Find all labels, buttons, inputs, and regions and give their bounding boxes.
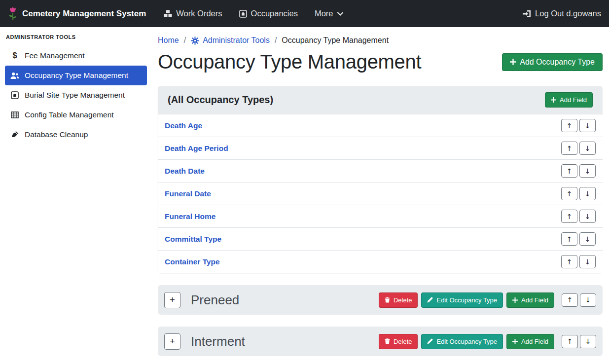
field-row: Funeral Date ↑ ↓ bbox=[158, 182, 603, 205]
reorder-controls: ↑ ↓ bbox=[561, 210, 596, 223]
trash-icon bbox=[385, 297, 390, 303]
field-link[interactable]: Death Age Period bbox=[165, 144, 228, 153]
move-up-button[interactable]: ↑ bbox=[562, 335, 578, 348]
move-down-button[interactable]: ↓ bbox=[579, 187, 596, 200]
move-up-button[interactable]: ↑ bbox=[561, 164, 577, 178]
reorder-controls: ↑ ↓ bbox=[561, 232, 596, 246]
field-row: Death Age Period ↑ ↓ bbox=[158, 137, 603, 160]
move-up-button[interactable]: ↑ bbox=[561, 142, 577, 155]
section-actions: Delete Edit Occupancy Type Add Field ↑ ↓ bbox=[379, 292, 596, 308]
delete-label: Delete bbox=[394, 338, 412, 345]
occupancy-type-sections: + Preneed Delete Edit Occupancy Type Add… bbox=[158, 285, 603, 356]
sidebar-item-burial-site-type-management[interactable]: Burial Site Type Management bbox=[5, 85, 147, 105]
move-up-button[interactable]: ↑ bbox=[561, 255, 577, 268]
sidebar-item-database-cleanup[interactable]: Database Cleanup bbox=[5, 125, 147, 145]
move-down-button[interactable]: ↓ bbox=[579, 119, 596, 132]
headstone-icon bbox=[10, 91, 20, 99]
sidebar-item-fee-management[interactable]: $Fee Management bbox=[5, 46, 147, 66]
title-row: Occupancy Type Management Add Occupancy … bbox=[158, 51, 603, 73]
breadcrumb-separator: / bbox=[275, 36, 277, 45]
nav-right: Log Out d.gowans bbox=[522, 9, 601, 18]
main-content: Home / bbox=[152, 27, 609, 364]
app-title: Cemetery Management System bbox=[22, 9, 146, 19]
move-up-button[interactable]: ↑ bbox=[562, 293, 578, 307]
sidebar-nav: $Fee ManagementOccupancy Type Management… bbox=[0, 46, 152, 145]
page-title: Occupancy Type Management bbox=[158, 51, 421, 73]
nav-item-work-orders[interactable]: Work Orders bbox=[164, 9, 222, 18]
breadcrumb-admin-tools-label: Administrator Tools bbox=[203, 36, 270, 45]
table-icon bbox=[10, 111, 20, 119]
field-link[interactable]: Container Type bbox=[165, 257, 220, 266]
field-link[interactable]: Committal Type bbox=[165, 235, 221, 244]
move-down-button[interactable]: ↓ bbox=[579, 210, 596, 223]
delete-label: Delete bbox=[394, 296, 412, 304]
sidebar-item-occupancy-type-management[interactable]: Occupancy Type Management bbox=[5, 66, 147, 85]
section-actions: Delete Edit Occupancy Type Add Field ↑ ↓ bbox=[379, 334, 596, 349]
section-title: Interment bbox=[191, 334, 245, 349]
field-link[interactable]: Death Date bbox=[165, 167, 205, 176]
chevron-down-icon bbox=[337, 12, 343, 16]
field-row: Death Date ↑ ↓ bbox=[158, 160, 603, 182]
trash-icon bbox=[385, 338, 390, 344]
reorder-controls: ↑ ↓ bbox=[561, 119, 596, 132]
app-brand[interactable]: Cemetery Management System bbox=[8, 6, 146, 21]
delete-button[interactable]: Delete bbox=[379, 292, 418, 308]
pencil-icon bbox=[427, 338, 433, 344]
sidebar-item-config-table-management[interactable]: Config Table Management bbox=[5, 105, 147, 125]
breadcrumb-admin-tools[interactable]: Administrator Tools bbox=[191, 36, 270, 45]
breadcrumb-home[interactable]: Home bbox=[158, 36, 179, 45]
edit-occupancy-type-button[interactable]: Edit Occupancy Type bbox=[421, 334, 503, 349]
field-link[interactable]: Funeral Home bbox=[165, 212, 215, 221]
reorder-controls: ↑ ↓ bbox=[561, 255, 596, 268]
move-up-button[interactable]: ↑ bbox=[561, 210, 577, 223]
frame-icon bbox=[239, 10, 247, 18]
reorder-controls: ↑ ↓ bbox=[561, 164, 596, 178]
move-down-button[interactable]: ↓ bbox=[580, 335, 596, 348]
nav-item-more[interactable]: More bbox=[315, 9, 343, 18]
expand-button[interactable]: + bbox=[164, 333, 180, 350]
field-row: Container Type ↑ ↓ bbox=[158, 251, 603, 273]
add-occupancy-type-label: Add Occupancy Type bbox=[520, 58, 595, 67]
move-down-button[interactable]: ↓ bbox=[579, 232, 596, 246]
field-list: Death Age ↑ ↓ Death Age Period ↑ ↓ Death… bbox=[158, 114, 603, 273]
logout-icon bbox=[522, 10, 531, 18]
field-row: Committal Type ↑ ↓ bbox=[158, 228, 603, 251]
move-down-button[interactable]: ↓ bbox=[579, 255, 596, 268]
field-link[interactable]: Death Age bbox=[165, 121, 202, 130]
delete-button[interactable]: Delete bbox=[379, 334, 418, 349]
sidebar-item-label: Fee Management bbox=[25, 51, 85, 60]
occupancy-type-section-preneed: + Preneed Delete Edit Occupancy Type Add… bbox=[158, 285, 603, 315]
logout-label: Log Out d.gowans bbox=[535, 9, 601, 18]
add-field-button[interactable]: Add Field bbox=[506, 334, 554, 349]
nav-item-occupancies[interactable]: Occupancies bbox=[239, 9, 298, 18]
plus-icon bbox=[512, 339, 518, 344]
card-header: (All Occupancy Types) Add Field bbox=[158, 86, 603, 114]
tulip-logo-icon bbox=[8, 6, 18, 21]
top-navbar: Cemetery Management System Work OrdersOc… bbox=[0, 0, 609, 27]
field-link[interactable]: Funeral Date bbox=[165, 189, 211, 198]
reorder-controls: ↑ ↓ bbox=[562, 335, 596, 348]
add-field-button[interactable]: Add Field bbox=[506, 292, 554, 308]
edit-occupancy-type-button[interactable]: Edit Occupancy Type bbox=[421, 292, 503, 308]
move-up-button[interactable]: ↑ bbox=[561, 187, 577, 200]
main-nav: Work OrdersOccupanciesMore bbox=[164, 9, 343, 18]
logout-link[interactable]: Log Out d.gowans bbox=[522, 9, 601, 18]
move-up-button[interactable]: ↑ bbox=[561, 119, 577, 132]
expand-button[interactable]: + bbox=[164, 292, 180, 308]
card-title: (All Occupancy Types) bbox=[168, 94, 273, 106]
broom-icon bbox=[10, 131, 20, 139]
reorder-controls: ↑ ↓ bbox=[562, 293, 596, 307]
add-field-label: Add Field bbox=[521, 338, 548, 345]
move-down-button[interactable]: ↓ bbox=[579, 142, 596, 155]
move-down-button[interactable]: ↓ bbox=[579, 164, 596, 178]
gear-icon bbox=[191, 36, 199, 45]
nav-item-label: Occupancies bbox=[251, 9, 298, 18]
breadcrumb-separator: / bbox=[184, 36, 186, 45]
move-up-button[interactable]: ↑ bbox=[561, 232, 577, 246]
add-field-button[interactable]: Add Field bbox=[545, 92, 593, 108]
sidebar-item-label: Config Table Management bbox=[25, 110, 114, 119]
move-down-button[interactable]: ↓ bbox=[580, 293, 596, 307]
sidebar-item-label: Database Cleanup bbox=[25, 130, 88, 139]
add-occupancy-type-button[interactable]: Add Occupancy Type bbox=[502, 53, 603, 71]
sidebar-item-label: Occupancy Type Management bbox=[25, 71, 128, 80]
